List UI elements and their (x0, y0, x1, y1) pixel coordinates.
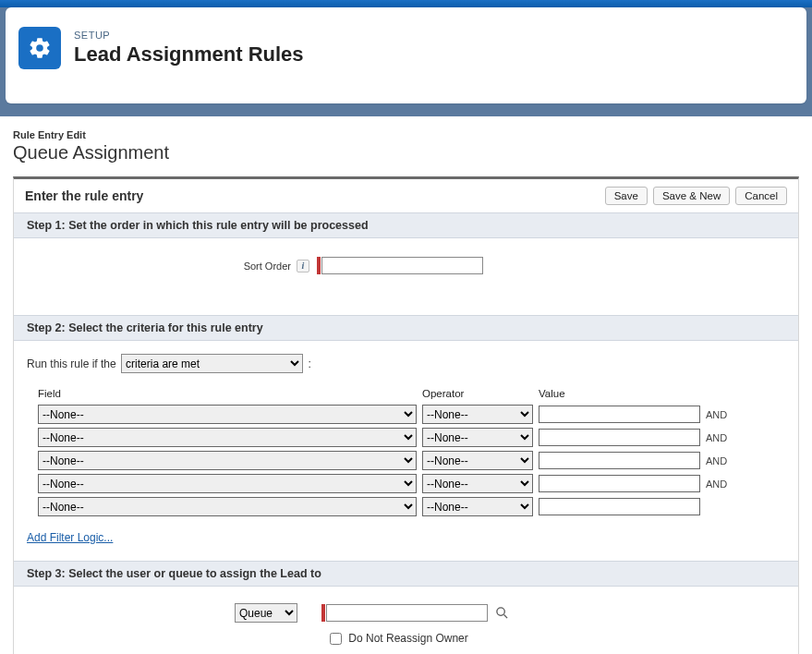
field-select[interactable]: --None-- (38, 405, 417, 424)
value-input[interactable] (539, 452, 700, 469)
setup-label: SETUP (74, 30, 304, 41)
add-filter-logic-link[interactable]: Add Filter Logic... (27, 531, 113, 544)
sort-order-input[interactable] (321, 257, 483, 274)
field-select[interactable]: --None-- (38, 474, 417, 493)
operator-select[interactable]: --None-- (422, 497, 533, 516)
assignee-type-select[interactable]: Queue (235, 603, 297, 623)
and-label (706, 495, 733, 518)
col-header-value: Value (539, 386, 706, 403)
page-header: SETUP Lead Assignment Rules (6, 7, 806, 103)
and-label: AND (706, 449, 733, 472)
operator-select[interactable]: --None-- (422, 474, 533, 493)
lookup-icon[interactable] (493, 605, 510, 622)
sort-order-label: Sort Order (27, 260, 295, 272)
panel-header-title: Enter the rule entry (25, 188, 600, 203)
run-rule-label: Run this rule if the (27, 357, 116, 370)
setup-icon-tile (18, 27, 61, 69)
col-header-operator: Operator (422, 386, 539, 403)
criteria-row: --None-- --None-- AND (38, 472, 733, 495)
save-button[interactable]: Save (605, 187, 648, 205)
field-select[interactable]: --None-- (38, 497, 417, 516)
and-label: AND (706, 426, 733, 449)
operator-select[interactable]: --None-- (422, 405, 533, 424)
and-label: AND (706, 472, 733, 495)
step2-header: Step 2: Select the criteria for this rul… (14, 315, 798, 341)
do-not-reassign-checkbox[interactable] (330, 633, 342, 645)
header-background: SETUP Lead Assignment Rules (0, 7, 812, 116)
svg-point-0 (496, 608, 503, 615)
col-header-field: Field (38, 386, 422, 403)
breadcrumb: Rule Entry Edit (13, 129, 799, 140)
run-rule-suffix: : (308, 357, 310, 370)
operator-select[interactable]: --None-- (422, 451, 533, 470)
value-input[interactable] (539, 406, 700, 423)
info-icon[interactable]: i (297, 260, 309, 272)
step3-header: Step 3: Select the user or queue to assi… (14, 561, 798, 587)
criteria-row: --None-- --None-- AND (38, 449, 733, 472)
criteria-table: Field Operator Value --None-- --None-- A… (38, 386, 733, 518)
gear-icon (28, 36, 52, 60)
required-indicator (321, 604, 325, 622)
criteria-row: --None-- --None-- (38, 495, 733, 518)
step1-header: Step 1: Set the order in which this rule… (14, 212, 798, 238)
value-input[interactable] (539, 498, 700, 515)
save-and-new-button[interactable]: Save & New (653, 187, 730, 205)
svg-line-1 (503, 615, 507, 619)
page-title: Lead Assignment Rules (74, 42, 304, 67)
field-select[interactable]: --None-- (38, 451, 417, 470)
value-input[interactable] (539, 429, 700, 446)
rule-entry-panel: Enter the rule entry Save Save & New Can… (13, 176, 799, 654)
field-select[interactable]: --None-- (38, 428, 417, 447)
cancel-button[interactable]: Cancel (735, 187, 787, 205)
section-title: Queue Assignment (13, 142, 799, 164)
do-not-reassign-label[interactable]: Do Not Reassign Owner (330, 632, 468, 645)
required-indicator (317, 257, 321, 274)
value-input[interactable] (539, 475, 700, 492)
and-label: AND (706, 403, 733, 426)
assignee-input[interactable] (326, 604, 488, 622)
criteria-row: --None-- --None-- AND (38, 426, 733, 449)
top-nav-bar (0, 0, 812, 7)
operator-select[interactable]: --None-- (422, 428, 533, 447)
run-rule-condition-select[interactable]: criteria are met (121, 354, 303, 373)
criteria-row: --None-- --None-- AND (38, 403, 733, 426)
